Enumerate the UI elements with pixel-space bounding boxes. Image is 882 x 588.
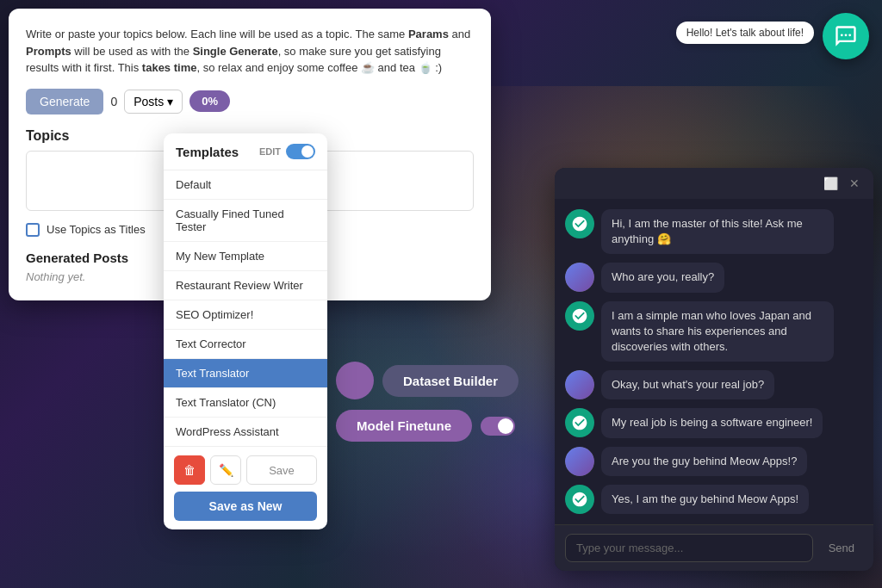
chat-icon-area: Hello! Let's talk about life! [823, 13, 869, 59]
dataset-builder-row: Dataset Builder [336, 362, 519, 399]
save-button[interactable]: Save [246, 455, 317, 485]
posts-label: Posts [134, 95, 164, 108]
ai-avatar-4 [565, 485, 594, 514]
toolbar: Generate 0 Posts ▾ 0% [26, 89, 474, 115]
dataset-builder-button[interactable]: Dataset Builder [382, 365, 519, 397]
edit-toggle-area: EDIT [259, 144, 315, 159]
chat-messages: Hi, I am the master of this site! Ask me… [555, 199, 873, 524]
template-item-text-translator[interactable]: Text Translator [164, 359, 327, 388]
edit-toggle-switch[interactable] [286, 144, 315, 159]
user-avatar-img-2 [565, 370, 594, 399]
checkbox-label: Use Topics as Titles [47, 223, 146, 236]
chat-message-3: I am a simple man who loves Japan and wa… [565, 301, 863, 362]
close-button[interactable]: ✕ [846, 175, 863, 192]
template-item-my-new[interactable]: My New Template [164, 242, 327, 271]
templates-panel: Templates EDIT Default Casually Fined Tu… [164, 133, 327, 529]
delete-icon: 🗑 [183, 463, 196, 477]
ai-avatar-1 [565, 209, 594, 238]
template-item-seo[interactable]: SEO Optimizer! [164, 300, 327, 330]
template-item-text-translator-cn[interactable]: Text Translator (CN) [164, 388, 327, 418]
progress-pill: 0% [189, 90, 230, 112]
description-text: Write or paste your topics below. Each l… [26, 26, 474, 77]
hello-bubble: Hello! Let's talk about life! [676, 22, 814, 44]
svg-point-1 [845, 34, 848, 36]
delete-button[interactable]: 🗑 [174, 455, 205, 485]
ai-message-4: Yes, I am the guy behind Meow Apps! [601, 485, 809, 514]
chat-window: ⬜ ✕ Hi, I am the master of this site! As… [555, 168, 873, 571]
send-button[interactable]: Send [820, 536, 863, 560]
templates-header: Templates EDIT [164, 133, 327, 170]
float-buttons-area: Dataset Builder Model Finetune [336, 362, 519, 442]
footer-actions: 🗑 ✏️ Save [174, 455, 317, 485]
minimize-button[interactable]: ⬜ [822, 175, 839, 192]
chat-message-1: Hi, I am the master of this site! Ask me… [565, 209, 863, 254]
chat-message-6: Are you the guy behind Meow Apps!? [565, 447, 863, 476]
template-item-restaurant[interactable]: Restaurant Review Writer [164, 271, 327, 300]
svg-point-2 [848, 34, 851, 36]
user-avatar-3 [565, 447, 594, 476]
user-avatar-2 [565, 370, 594, 399]
posts-select[interactable]: Posts ▾ [124, 90, 183, 114]
chevron-down-icon: ▾ [167, 95, 173, 108]
chat-dots-icon [834, 24, 858, 48]
chat-titlebar: ⬜ ✕ [555, 168, 873, 199]
templates-footer: 🗑 ✏️ Save Save as New [164, 446, 327, 529]
ai-avatar-3 [565, 408, 594, 437]
user-message-1: Who are you, really? [601, 263, 724, 292]
model-finetune-toggle[interactable] [481, 417, 515, 436]
close-icon: ✕ [849, 176, 860, 190]
template-item-default[interactable]: Default [164, 170, 327, 200]
chat-message-5: My real job is being a software engineer… [565, 408, 863, 437]
edit-label: EDIT [259, 146, 281, 157]
generate-button[interactable]: Generate [26, 89, 103, 115]
user-avatar-1 [565, 263, 594, 292]
model-finetune-row: Model Finetune [336, 410, 519, 442]
ai-avatar-2 [565, 301, 594, 331]
edit-icon: ✏️ [219, 463, 233, 477]
template-item-text-corrector[interactable]: Text Corrector [164, 330, 327, 359]
chat-message-2: Who are you, really? [565, 263, 863, 292]
ai-message-3: My real job is being a software engineer… [601, 408, 823, 437]
square-icon: ⬜ [823, 176, 838, 190]
edit-button[interactable]: ✏️ [210, 455, 241, 485]
chat-message-4: Okay, but what's your real job? [565, 370, 863, 399]
chat-message-7: Yes, I am the guy behind Meow Apps! [565, 485, 863, 514]
template-item-casually[interactable]: Casually Fined Tuned Tester [164, 200, 327, 242]
chat-input[interactable] [565, 534, 813, 562]
chat-input-row: Send [555, 524, 873, 571]
ai-message-1: Hi, I am the master of this site! Ask me… [601, 209, 834, 254]
ai-message-2: I am a simple man who loves Japan and wa… [601, 301, 834, 362]
save-as-new-button[interactable]: Save as New [174, 492, 317, 521]
template-list: Default Casually Fined Tuned Tester My N… [164, 170, 327, 446]
use-topics-checkbox[interactable] [26, 223, 40, 237]
svg-point-0 [841, 34, 843, 36]
chat-icon-button[interactable] [823, 13, 869, 59]
user-message-3: Are you the guy behind Meow Apps!? [601, 447, 807, 476]
user-avatar-img-1 [565, 263, 594, 292]
dataset-circle-toggle[interactable] [336, 362, 374, 399]
posts-count: 0 [110, 95, 117, 108]
model-finetune-button[interactable]: Model Finetune [336, 410, 472, 442]
user-avatar-img-3 [565, 447, 594, 476]
template-item-wordpress[interactable]: WordPress Assistant [164, 418, 327, 446]
templates-title: Templates [176, 145, 239, 159]
user-message-2: Okay, but what's your real job? [601, 370, 774, 399]
